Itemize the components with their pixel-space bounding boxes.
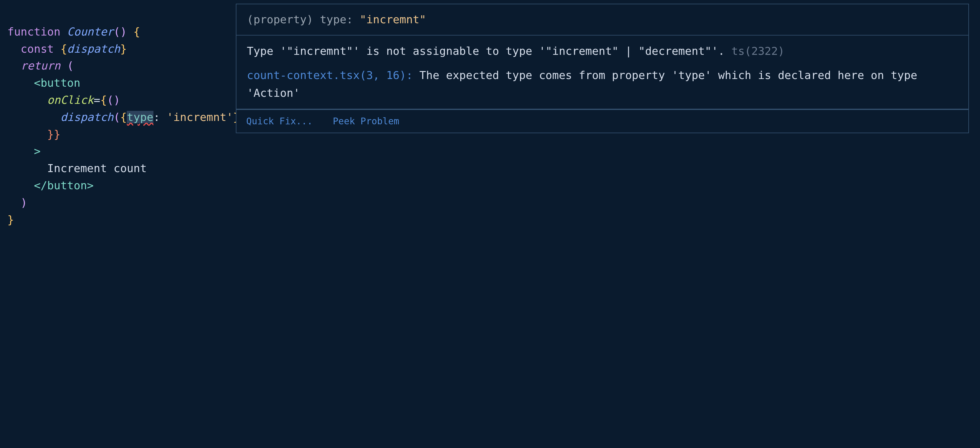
hover-signature: (property) type: "incremnt" [236,4,968,35]
jsx-tag-button-close: button [47,179,87,192]
quick-fix-link[interactable]: Quick Fix... [246,116,313,127]
signature-value: "incremnt" [360,13,426,26]
prop-type-error[interactable]: type [127,111,153,123]
error-message: Type '"incremnt"' is not assignable to t… [247,45,725,57]
hover-body: Type '"incremnt"' is not assignable to t… [236,35,968,109]
hover-tooltip: (property) type: "incremnt" Type '"incre… [236,4,969,133]
jsx-tag-button-open: button [40,76,80,89]
jsx-attr-onclick: onClick [47,94,94,106]
string-incremnt: 'incremnt' [167,111,233,123]
peek-problem-link[interactable]: Peek Problem [333,116,399,127]
var-dispatch: dispatch [67,43,120,55]
hover-actions: Quick Fix... Peek Problem [236,109,968,133]
jsx-text: Increment count [47,162,147,175]
source-link[interactable]: count-context.tsx(3, 16): [247,69,413,81]
code-editor[interactable]: function Counter() { const {dispatch} re… [0,0,980,448]
error-code: ts(2322) [731,45,784,57]
signature-prefix: (property) type: [247,13,360,26]
keyword-function: function [7,25,60,38]
call-dispatch: dispatch [60,111,113,123]
keyword-return: return [21,59,60,72]
function-name: Counter [67,25,114,38]
keyword-const: const [21,43,54,55]
